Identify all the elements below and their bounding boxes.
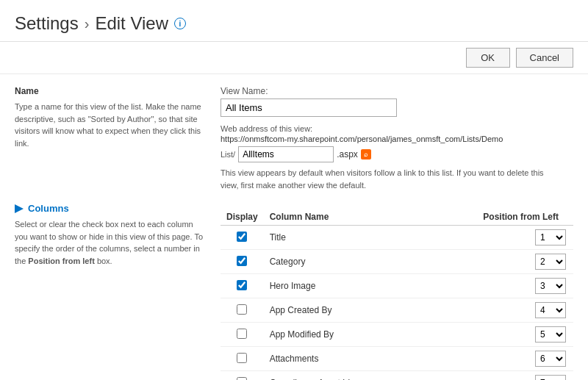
col-display-checkbox[interactable] bbox=[237, 329, 247, 339]
col-position-cell[interactable]: 12345678910 bbox=[415, 226, 573, 250]
col-display-checkbox[interactable] bbox=[237, 280, 247, 290]
url-suffix: .aspx bbox=[337, 149, 358, 159]
col-display-checkbox[interactable] bbox=[237, 232, 247, 242]
col-display-cell[interactable] bbox=[220, 250, 264, 274]
col-header-position: Position from Left bbox=[415, 209, 573, 226]
ok-button[interactable]: OK bbox=[466, 48, 510, 68]
view-name-input[interactable] bbox=[220, 98, 397, 117]
col-display-cell[interactable] bbox=[220, 323, 264, 347]
url-input[interactable] bbox=[238, 146, 334, 162]
col-header-display: Display bbox=[220, 209, 264, 226]
table-row: Hero Image 12345678910 bbox=[220, 274, 573, 298]
web-address-label: Web address of this view: bbox=[220, 124, 573, 133]
col-name-cell: Category bbox=[264, 250, 415, 274]
columns-left-panel: Columns Select or clear the check box ne… bbox=[15, 203, 206, 380]
col-position-select[interactable]: 12345678910 bbox=[535, 351, 566, 367]
toolbar: OK Cancel bbox=[0, 42, 588, 74]
settings-label: Settings bbox=[15, 13, 79, 34]
name-right-panel: View Name: Web address of this view: htt… bbox=[220, 86, 573, 191]
breadcrumb-separator: › bbox=[85, 15, 90, 32]
default-view-notice: This view appears by default when visito… bbox=[220, 167, 559, 191]
edit-view-label: Edit View bbox=[95, 13, 168, 34]
col-display-checkbox[interactable] bbox=[237, 304, 247, 315]
col-position-cell[interactable]: 12345678910 bbox=[415, 298, 573, 323]
col-display-cell[interactable] bbox=[220, 226, 264, 250]
cancel-button[interactable]: Cancel bbox=[516, 48, 573, 68]
col-display-cell[interactable] bbox=[220, 298, 264, 323]
rss-icon[interactable]: ⌕ bbox=[361, 149, 371, 159]
table-row: Compliance Asset Id 12345678910 bbox=[220, 371, 573, 381]
col-position-select[interactable]: 12345678910 bbox=[535, 229, 566, 245]
web-url-text: https://onmsftcom-my.sharepoint.com/pers… bbox=[220, 135, 573, 143]
col-position-cell[interactable]: 12345678910 bbox=[415, 347, 573, 371]
view-name-label: View Name: bbox=[220, 86, 573, 96]
col-name-cell: Attachments bbox=[264, 347, 415, 371]
page-header: Settings › Edit View i bbox=[0, 0, 588, 42]
table-row: Title 12345678910 bbox=[220, 226, 573, 250]
columns-header: Columns bbox=[15, 203, 206, 214]
col-display-cell[interactable] bbox=[220, 274, 264, 298]
col-header-column-name: Column Name bbox=[264, 209, 415, 226]
columns-expand-icon[interactable] bbox=[15, 204, 24, 213]
col-name-cell: Hero Image bbox=[264, 274, 415, 298]
name-section-desc: Type a name for this view of the list. M… bbox=[15, 101, 206, 149]
col-name-cell: Title bbox=[264, 226, 415, 250]
columns-table: Display Column Name Position from Left T… bbox=[220, 209, 573, 380]
url-row: List/ .aspx ⌕ bbox=[220, 146, 573, 162]
col-position-select[interactable]: 12345678910 bbox=[535, 278, 566, 294]
table-row: Category 12345678910 bbox=[220, 250, 573, 274]
view-name-group: View Name: bbox=[220, 86, 573, 117]
columns-table-header-row: Display Column Name Position from Left bbox=[220, 209, 573, 226]
col-name-cell: App Modified By bbox=[264, 323, 415, 347]
url-prefix: List/ bbox=[220, 150, 235, 159]
col-position-select[interactable]: 12345678910 bbox=[535, 254, 566, 270]
info-icon[interactable]: i bbox=[174, 18, 186, 29]
col-name-cell: App Created By bbox=[264, 298, 415, 323]
table-row: App Created By 12345678910 bbox=[220, 298, 573, 323]
table-row: Attachments 12345678910 bbox=[220, 347, 573, 371]
name-section-label: Name bbox=[15, 86, 206, 96]
col-position-select[interactable]: 12345678910 bbox=[535, 326, 566, 343]
name-left-panel: Name Type a name for this view of the li… bbox=[15, 86, 206, 191]
col-display-cell[interactable] bbox=[220, 347, 264, 371]
col-position-select[interactable]: 12345678910 bbox=[535, 302, 566, 318]
columns-right-panel: Display Column Name Position from Left T… bbox=[220, 203, 573, 380]
columns-title[interactable]: Columns bbox=[28, 203, 69, 214]
main-content: Name Type a name for this view of the li… bbox=[0, 74, 588, 203]
columns-outer: Columns Select or clear the check box ne… bbox=[0, 203, 588, 380]
col-position-cell[interactable]: 12345678910 bbox=[415, 371, 573, 381]
col-position-cell[interactable]: 12345678910 bbox=[415, 250, 573, 274]
col-position-cell[interactable]: 12345678910 bbox=[415, 323, 573, 347]
col-position-select[interactable]: 12345678910 bbox=[535, 375, 566, 380]
col-display-checkbox[interactable] bbox=[237, 353, 247, 363]
col-position-cell[interactable]: 12345678910 bbox=[415, 274, 573, 298]
table-row: App Modified By 12345678910 bbox=[220, 323, 573, 347]
col-display-checkbox[interactable] bbox=[237, 256, 247, 266]
columns-desc: Select or clear the check box next to ea… bbox=[15, 218, 206, 267]
col-name-cell: Compliance Asset Id bbox=[264, 371, 415, 381]
col-display-checkbox[interactable] bbox=[237, 377, 247, 381]
col-display-cell[interactable] bbox=[220, 371, 264, 381]
